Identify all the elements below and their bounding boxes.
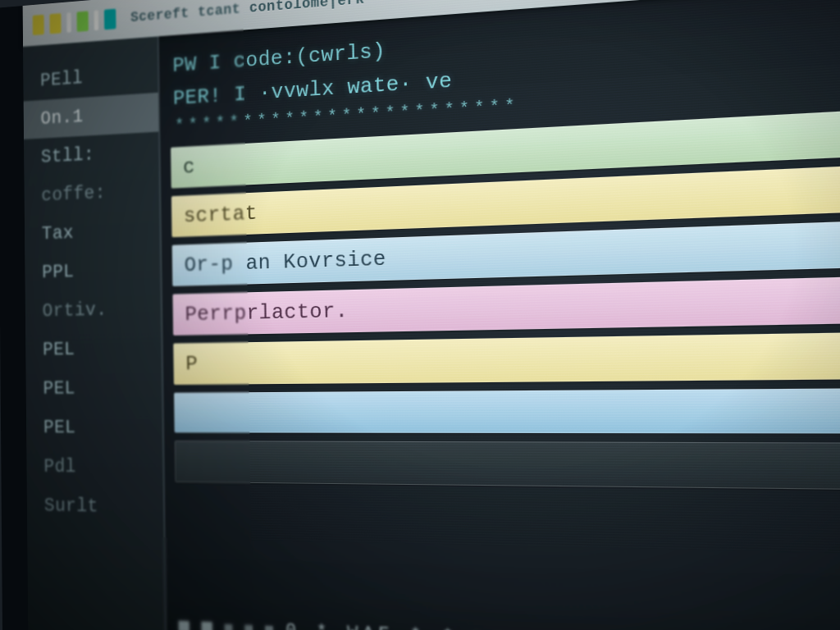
window-title: Scereft tcant contolome|erk	[130, 0, 365, 25]
sidebar-item[interactable]: PEL	[26, 408, 162, 448]
titlebar-sep-2	[94, 10, 99, 30]
list-row[interactable]	[174, 387, 840, 433]
list-row[interactable]	[175, 441, 840, 491]
sidebar: PEll On.1 Stll: coffe: Tax PPL Ortiv. PE…	[23, 36, 167, 630]
row-label: c	[183, 155, 195, 180]
list-row[interactable]: P	[173, 331, 840, 385]
sidebar-item[interactable]: PEL	[25, 329, 162, 370]
titlebar-block-4	[104, 9, 116, 30]
titlebar-sep-1	[66, 12, 71, 33]
sidebar-item[interactable]: Pdl	[26, 447, 163, 487]
sidebar-item[interactable]: Ortiv.	[25, 289, 162, 331]
row-label: P	[185, 352, 198, 376]
sidebar-item[interactable]: Tax	[25, 210, 160, 254]
sidebar-item[interactable]: Surlt	[27, 486, 164, 528]
status-pixel-icon	[179, 621, 189, 630]
row-label: Perrprlactor.	[185, 299, 348, 326]
sidebar-item[interactable]: Stll:	[24, 132, 159, 178]
monitor-frame: Scereft tcant contolome|erk PEll On.1 St…	[0, 0, 840, 630]
row-label: scrtat	[184, 201, 258, 228]
sidebar-item[interactable]: PEL	[25, 368, 162, 409]
status-pixel-icon	[265, 626, 273, 630]
status-bar: 0 * WAE * *	[167, 600, 840, 630]
titlebar-block-3	[77, 11, 89, 31]
titlebar-block-2	[49, 13, 61, 34]
titlebar-block-1	[33, 15, 44, 35]
row-list: c scrtat Or-p an Kovrsice Perrprlactor. …	[171, 104, 840, 491]
status-pixel-icon	[202, 622, 212, 630]
status-pixel-icon	[244, 625, 253, 630]
sidebar-item[interactable]: PPL	[25, 249, 161, 293]
status-pixel-icon	[225, 624, 233, 630]
row-label: Or-p an Kovrsice	[185, 247, 387, 277]
main-panel: 00000000 PW I code:(cwrls) PER! I ·vvwlx…	[159, 0, 840, 630]
sidebar-item[interactable]: coffe:	[24, 171, 159, 216]
status-text: 0 * WAE * *	[285, 620, 459, 630]
